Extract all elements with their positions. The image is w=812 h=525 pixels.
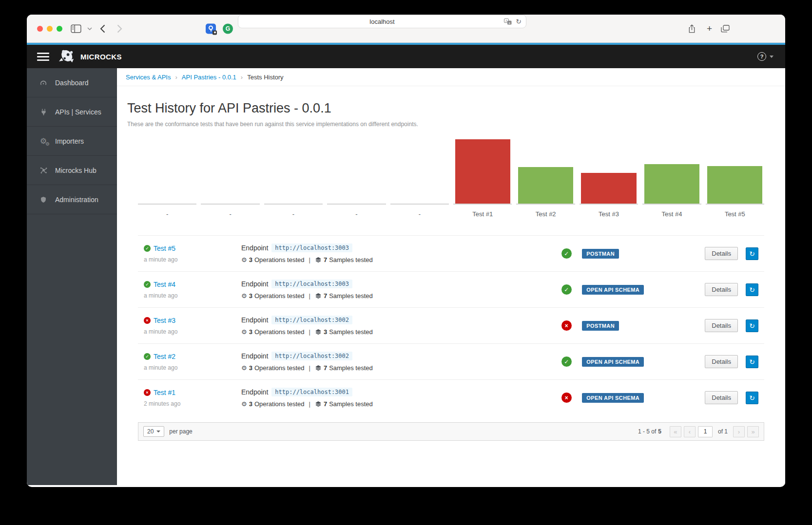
chart-bar[interactable] bbox=[518, 167, 573, 204]
chevron-right-icon: › bbox=[241, 74, 243, 81]
test-runner-badge: POSTMAN bbox=[582, 249, 619, 259]
prev-page-button[interactable]: ‹ bbox=[684, 426, 696, 437]
rerun-test-button[interactable]: ↻ bbox=[746, 283, 758, 296]
breadcrumb-link[interactable]: Services & APIs bbox=[126, 74, 171, 81]
chart-bar-area bbox=[516, 136, 575, 205]
brand-title: MICROCKS bbox=[80, 53, 122, 61]
chart-bar-area bbox=[138, 136, 196, 205]
last-page-button[interactable]: » bbox=[747, 426, 759, 437]
sidebar-item-dashboard[interactable]: Dashboard bbox=[27, 68, 117, 97]
current-page-input[interactable] bbox=[698, 426, 713, 437]
operations-label: Operations tested bbox=[254, 328, 305, 336]
test-timestamp: a minute ago bbox=[144, 364, 241, 371]
chart-bar[interactable] bbox=[455, 139, 510, 204]
chart-slot: Test #4 bbox=[642, 136, 701, 218]
translate-icon[interactable]: Aa bbox=[504, 19, 512, 25]
rerun-test-button[interactable]: ↻ bbox=[746, 319, 758, 332]
test-name-cell: ✓Test #5a minute ago bbox=[144, 244, 241, 263]
rerun-test-button[interactable]: ↻ bbox=[746, 356, 758, 368]
lock-icon bbox=[213, 30, 217, 35]
breadcrumb-link[interactable]: API Pastries - 0.0.1 bbox=[182, 74, 236, 81]
close-window-button[interactable] bbox=[37, 26, 43, 32]
failure-status-icon: × bbox=[561, 393, 572, 403]
test-link[interactable]: Test #1 bbox=[154, 389, 175, 396]
chart-bar[interactable] bbox=[581, 173, 636, 204]
chart-bar-area bbox=[327, 136, 386, 205]
chart-slot: - bbox=[390, 136, 449, 218]
back-button[interactable] bbox=[100, 24, 105, 33]
chart-slot: - bbox=[264, 136, 323, 218]
svg-text:A: A bbox=[505, 19, 507, 22]
sidebar-toggle-button[interactable] bbox=[71, 24, 81, 33]
page-content: Test History for API Pastries - 0.0.1 Th… bbox=[117, 86, 785, 441]
endpoint-url: http://localhost:3002 bbox=[271, 316, 352, 324]
hamburger-menu-button[interactable] bbox=[37, 53, 49, 61]
rerun-test-button[interactable]: ↻ bbox=[746, 392, 758, 404]
test-timestamp: a minute ago bbox=[144, 292, 241, 299]
separator: | bbox=[309, 292, 310, 300]
forward-button[interactable] bbox=[117, 24, 122, 33]
test-status-cell: × bbox=[551, 320, 582, 331]
layers-icon bbox=[315, 293, 322, 299]
details-button[interactable]: Details bbox=[705, 355, 738, 368]
test-link[interactable]: Test #4 bbox=[154, 281, 175, 288]
details-button[interactable]: Details bbox=[705, 247, 738, 260]
test-name-cell: ×Test #12 minutes ago bbox=[144, 389, 241, 407]
test-runner-badge: OPEN API SCHEMA bbox=[582, 357, 644, 367]
sidebar-item-importers[interactable]: ⚙⚙Importers bbox=[27, 127, 117, 156]
chart-bar-label: Test #1 bbox=[453, 210, 512, 218]
main-panel: Services & APIs›API Pastries - 0.0.1›Tes… bbox=[117, 68, 785, 485]
per-page-select[interactable]: 20 bbox=[143, 426, 164, 437]
layers-icon bbox=[315, 329, 322, 335]
onepassword-extension-button[interactable] bbox=[206, 23, 216, 34]
url-text: localhost bbox=[369, 18, 394, 25]
chart-slot: - bbox=[201, 136, 259, 218]
sidebar-item-label: Administration bbox=[55, 196, 98, 204]
check-circle-icon: ✓ bbox=[144, 281, 151, 288]
caret-down-icon[interactable] bbox=[770, 56, 773, 58]
endpoint-url: http://localhost:3003 bbox=[271, 244, 352, 252]
test-history-chart: -----Test #1Test #2Test #3Test #4Test #5 bbox=[138, 136, 764, 218]
test-actions-cell: Details↻ bbox=[705, 283, 758, 296]
address-bar[interactable]: localhost Aa ↻ bbox=[238, 15, 526, 28]
reload-button[interactable]: ↻ bbox=[516, 18, 522, 25]
details-button[interactable]: Details bbox=[705, 319, 738, 332]
plug-icon bbox=[38, 108, 49, 116]
sidebar-item-microcks-hub[interactable]: Microcks Hub bbox=[27, 156, 117, 185]
test-status-cell: ✓ bbox=[551, 248, 582, 259]
test-link[interactable]: Test #2 bbox=[154, 353, 175, 360]
test-status-cell: ✓ bbox=[551, 356, 582, 367]
zoom-window-button[interactable] bbox=[57, 26, 62, 32]
test-link[interactable]: Test #5 bbox=[154, 244, 175, 252]
minimize-window-button[interactable] bbox=[47, 26, 53, 32]
grammarly-extension-button[interactable]: G bbox=[223, 23, 233, 34]
sidebar-item-apis-services[interactable]: APIs | Services bbox=[27, 97, 117, 127]
chart-slot: Test #5 bbox=[706, 136, 764, 218]
browser-titlebar: G localhost Aa ↻ + bbox=[27, 15, 785, 43]
next-page-button[interactable]: › bbox=[733, 426, 745, 437]
tab-overview-button[interactable] bbox=[721, 25, 730, 33]
sidebar-item-administration[interactable]: Administration bbox=[27, 185, 117, 214]
samples-count: 7 bbox=[324, 364, 327, 372]
per-page-label: per page bbox=[169, 428, 192, 435]
chart-bar-label: Test #4 bbox=[642, 210, 701, 218]
test-link[interactable]: Test #3 bbox=[154, 317, 175, 324]
page-title: Test History for API Pastries - 0.0.1 bbox=[127, 101, 775, 116]
share-button[interactable] bbox=[688, 24, 696, 34]
details-button[interactable]: Details bbox=[705, 391, 738, 404]
endpoint-label: Endpoint bbox=[241, 388, 268, 396]
help-button[interactable]: ? bbox=[757, 52, 766, 61]
chart-bar[interactable] bbox=[644, 164, 699, 204]
operations-label: Operations tested bbox=[254, 364, 305, 372]
chart-bar[interactable] bbox=[707, 166, 762, 204]
first-page-button[interactable]: « bbox=[670, 426, 681, 437]
chevron-right-icon: › bbox=[175, 74, 177, 81]
endpoint-label: Endpoint bbox=[241, 316, 268, 324]
endpoint-label: Endpoint bbox=[241, 244, 268, 252]
details-button[interactable]: Details bbox=[705, 283, 738, 296]
chevron-down-icon[interactable] bbox=[87, 27, 92, 30]
endpoint-url: http://localhost:3003 bbox=[271, 280, 352, 288]
rerun-test-button[interactable]: ↻ bbox=[746, 247, 758, 260]
new-tab-button[interactable]: + bbox=[707, 23, 712, 34]
test-runner-badge: POSTMAN bbox=[582, 321, 619, 331]
